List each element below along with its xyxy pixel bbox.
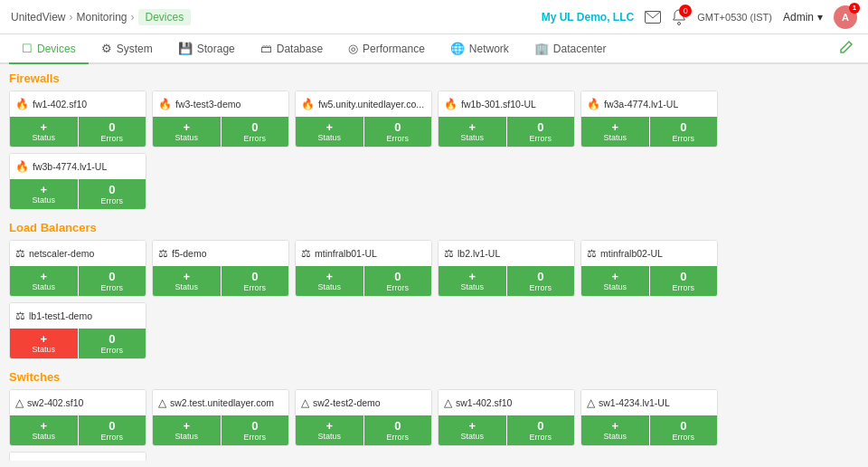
breadcrumb-devices[interactable]: Devices xyxy=(138,9,192,25)
email-button[interactable] xyxy=(645,11,661,24)
device-type-icon: ⚖ xyxy=(587,247,597,260)
status-box[interactable]: +Status xyxy=(153,117,221,147)
device-header: 🔥fw3a-4774.lv1-UL xyxy=(581,91,717,117)
errors-value: 0 xyxy=(680,270,686,283)
tab-datacenter[interactable]: 🏢 Datacenter xyxy=(522,34,619,64)
device-card[interactable]: △sw1-402.sf10+Status0Errors xyxy=(438,389,575,446)
errors-box[interactable]: 0Errors xyxy=(650,266,718,296)
errors-box[interactable]: 0Errors xyxy=(79,117,146,147)
device-card[interactable]: △sw2.test.unitedlayer.com+Status0Errors xyxy=(152,389,289,446)
status-box[interactable]: +Status xyxy=(153,415,221,445)
status-box[interactable]: +Status xyxy=(296,266,363,296)
status-box[interactable]: +Status xyxy=(10,415,78,445)
errors-value: 0 xyxy=(108,183,115,196)
errors-box[interactable]: 0Errors xyxy=(650,415,718,445)
errors-label: Errors xyxy=(244,283,267,292)
tab-database[interactable]: 🗃 Database xyxy=(248,34,335,64)
tab-network[interactable]: 🌐 Network xyxy=(438,34,522,64)
tab-system[interactable]: ⚙ System xyxy=(89,34,165,64)
errors-box[interactable]: 0Errors xyxy=(364,266,432,296)
errors-box[interactable]: 0Errors xyxy=(364,117,432,147)
status-label: Status xyxy=(460,432,484,441)
errors-label: Errors xyxy=(387,134,410,143)
status-label: Status xyxy=(32,133,55,142)
status-box[interactable]: +Status xyxy=(581,117,649,147)
status-value: + xyxy=(40,121,47,133)
status-box[interactable]: +Status xyxy=(10,117,78,147)
tab-storage[interactable]: 💾 Storage xyxy=(165,34,248,64)
errors-box[interactable]: 0Errors xyxy=(222,117,289,147)
avatar[interactable]: A 1 xyxy=(834,5,857,29)
notifications-button[interactable]: 0 xyxy=(672,9,686,25)
status-box[interactable]: +Status xyxy=(581,266,649,296)
errors-value: 0 xyxy=(537,419,543,433)
errors-label: Errors xyxy=(673,134,695,143)
device-card[interactable]: ⚖mtinfralb01-UL+Status0Errors xyxy=(295,240,432,297)
errors-box[interactable]: 0Errors xyxy=(222,266,289,296)
tab-performance[interactable]: ◎ Performance xyxy=(335,34,438,64)
errors-value: 0 xyxy=(394,120,401,134)
device-type-icon: △ xyxy=(15,459,24,461)
status-box[interactable]: +Status xyxy=(296,415,363,445)
device-name: sw2-test2-demo xyxy=(313,397,381,408)
status-box[interactable]: +Status xyxy=(439,117,506,147)
status-value: + xyxy=(183,420,190,432)
device-card[interactable]: △sw2-402.sf10+Status0Errors xyxy=(9,389,146,446)
errors-box[interactable]: 0Errors xyxy=(507,266,575,296)
database-icon: 🗃 xyxy=(260,42,272,55)
device-card[interactable]: 🔥fw3b-4774.lv1-UL+Status0Errors xyxy=(9,153,146,210)
tab-devices[interactable]: ☐ Devices xyxy=(9,34,89,64)
device-header: 🔥fw1-402.sf10 xyxy=(10,91,146,117)
device-card[interactable]: ⚖lb2.lv1-UL+Status0Errors xyxy=(438,240,575,297)
device-card[interactable]: 🔥fw1b-301.sf10-UL+Status0Errors xyxy=(438,91,575,148)
device-card[interactable]: 🔥fw1-402.sf10+Status0Errors xyxy=(9,91,146,148)
edit-button[interactable] xyxy=(834,34,859,62)
device-type-icon: ⚖ xyxy=(301,247,311,260)
device-card[interactable]: △sw1-4234.lv1-UL+Status0Errors xyxy=(580,389,718,446)
status-box[interactable]: +Status xyxy=(439,266,506,296)
errors-box[interactable]: 0Errors xyxy=(650,117,718,147)
device-card[interactable]: △sw2-4234.lv1-UL+Status0Errors xyxy=(9,452,146,461)
device-card[interactable]: 🔥fw3a-4774.lv1-UL+Status0Errors xyxy=(580,91,718,148)
device-stats: +Status0Errors xyxy=(10,266,146,296)
device-card[interactable]: 🔥fw3-test3-demo+Status0Errors xyxy=(152,91,289,148)
status-box[interactable]: +Status xyxy=(10,179,78,209)
main-content: Firewalls🔥fw1-402.sf10+Status0Errors🔥fw3… xyxy=(0,64,868,461)
device-name: mtinfralb02-UL xyxy=(600,248,663,259)
errors-box[interactable]: 0Errors xyxy=(364,415,432,445)
device-header: ⚖mtinfralb02-UL xyxy=(581,241,717,266)
device-card[interactable]: △sw2-test2-demo+Status0Errors xyxy=(295,389,432,446)
device-type-icon: 🔥 xyxy=(15,98,29,110)
device-card[interactable]: ⚖mtinfralb02-UL+Status0Errors xyxy=(580,240,718,297)
breadcrumb-unitedview[interactable]: UnitedView xyxy=(11,11,65,24)
device-grid: 🔥fw1-402.sf10+Status0Errors🔥fw3-test3-de… xyxy=(9,91,859,210)
device-card[interactable]: 🔥fw5.unity.unitedlayer.co...+Status0Erro… xyxy=(295,91,432,148)
section-title: Switches xyxy=(9,370,859,384)
device-card[interactable]: ⚖f5-demo+Status0Errors xyxy=(152,240,289,297)
status-value: + xyxy=(183,271,190,282)
device-card[interactable]: ⚖lb1-test1-demo+Status0Errors xyxy=(9,302,146,359)
errors-box[interactable]: 0Errors xyxy=(507,117,575,147)
section-title: Load Balancers xyxy=(9,221,859,234)
status-label: Status xyxy=(460,133,484,142)
status-box[interactable]: +Status xyxy=(153,266,221,296)
status-box[interactable]: +Status xyxy=(296,117,363,147)
errors-box[interactable]: 0Errors xyxy=(507,415,575,445)
errors-box[interactable]: 0Errors xyxy=(79,179,146,209)
errors-box[interactable]: 0Errors xyxy=(222,415,289,445)
errors-box[interactable]: 0Errors xyxy=(79,329,146,358)
errors-box[interactable]: 0Errors xyxy=(79,266,146,296)
device-stats: +Status0Errors xyxy=(439,415,574,445)
device-stats: +Status0Errors xyxy=(153,266,288,296)
status-box[interactable]: +Status xyxy=(581,415,649,445)
status-box[interactable]: +Status xyxy=(10,266,78,296)
status-label: Status xyxy=(460,282,484,291)
status-box[interactable]: +Status xyxy=(439,415,506,445)
admin-dropdown[interactable]: Admin ▾ xyxy=(783,11,823,24)
breadcrumb-monitoring[interactable]: Monitoring xyxy=(76,11,127,24)
status-value: + xyxy=(40,420,47,432)
errors-box[interactable]: 0Errors xyxy=(79,415,146,445)
status-value: + xyxy=(611,420,618,432)
status-box[interactable]: +Status xyxy=(10,329,78,358)
device-card[interactable]: ⚖netscaler-demo+Status0Errors xyxy=(9,240,146,297)
